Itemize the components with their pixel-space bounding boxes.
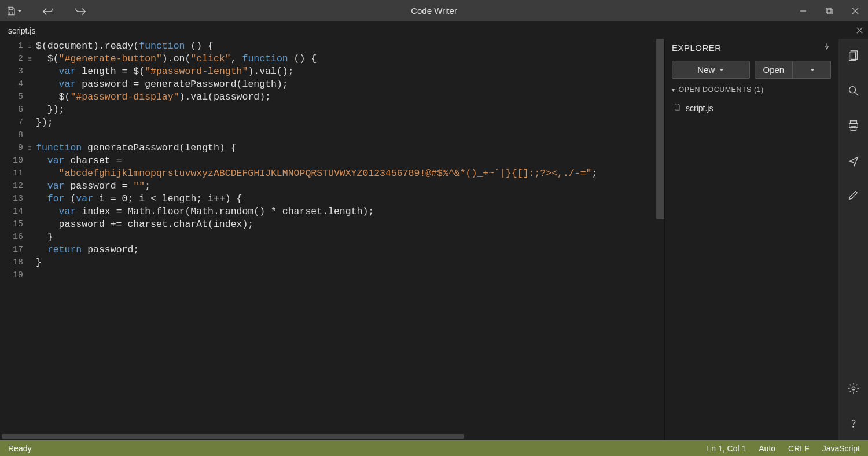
line-number: 6 — [0, 104, 23, 116]
save-button[interactable] — [6, 6, 22, 16]
document-name: script.js — [686, 104, 713, 113]
line-number: 13 — [0, 193, 23, 205]
fold-marker — [28, 116, 36, 129]
horizontal-scrollbar[interactable] — [0, 432, 664, 440]
redo-button[interactable] — [74, 5, 87, 17]
tab-filename: script.js — [8, 26, 35, 35]
status-encoding[interactable]: Auto — [759, 444, 775, 453]
fold-marker — [28, 244, 36, 256]
maximize-button[interactable] — [816, 0, 842, 21]
save-dropdown-icon — [17, 10, 22, 12]
fold-marker — [28, 65, 36, 78]
fold-marker — [28, 205, 36, 218]
svg-point-9 — [852, 426, 853, 427]
settings-icon[interactable] — [847, 377, 860, 400]
explorer-panel: EXPLORER New Open ▾ — [664, 39, 838, 440]
line-number: 8 — [0, 129, 23, 142]
status-line-ending[interactable]: CRLF — [788, 444, 810, 453]
code-line[interactable]: var password = generatePassword(length); — [36, 78, 597, 91]
line-number: 10 — [0, 155, 23, 167]
open-documents-label: OPEN DOCUMENTS (1) — [679, 86, 764, 94]
fold-marker — [28, 104, 36, 116]
code-line[interactable]: function generatePassword(length) { — [36, 142, 597, 155]
fold-marker[interactable]: ⊟ — [28, 40, 36, 53]
svg-point-4 — [849, 87, 855, 93]
status-ready: Ready — [8, 444, 31, 453]
documents-icon[interactable] — [838, 45, 868, 68]
status-position[interactable]: Ln 1, Col 1 — [707, 444, 746, 453]
minimize-button[interactable] — [790, 0, 816, 21]
tab-close-button[interactable] — [833, 21, 868, 39]
code-line[interactable]: var charset = — [36, 155, 597, 167]
line-number: 1 — [0, 40, 23, 53]
line-number: 9 — [0, 142, 23, 155]
fold-marker — [28, 78, 36, 91]
line-number: 16 — [0, 231, 23, 244]
code-line[interactable] — [36, 129, 597, 142]
vertical-scrollbar-thumb[interactable] — [656, 39, 664, 219]
line-number: 4 — [0, 78, 23, 91]
fold-marker — [28, 256, 36, 269]
line-number: 3 — [0, 65, 23, 78]
fold-marker[interactable]: ⊟ — [28, 142, 36, 155]
code-line[interactable]: }); — [36, 116, 597, 129]
code-line[interactable] — [36, 269, 597, 282]
search-icon[interactable] — [838, 79, 868, 102]
tabbar: script.js — [0, 21, 868, 39]
chevron-down-icon — [719, 69, 724, 71]
code-line[interactable]: } — [36, 231, 597, 244]
edit-icon[interactable] — [838, 183, 868, 207]
share-icon[interactable] — [838, 149, 868, 172]
svg-rect-0 — [826, 8, 831, 13]
open-button[interactable]: Open — [755, 61, 793, 79]
line-number: 11 — [0, 167, 23, 180]
collapse-triangle-icon: ▾ — [672, 87, 675, 93]
fold-marker — [28, 129, 36, 142]
code-line[interactable]: $(document).ready(function () { — [36, 40, 597, 53]
fold-marker — [28, 155, 36, 167]
line-number: 7 — [0, 116, 23, 129]
open-documents-header[interactable]: ▾ OPEN DOCUMENTS (1) — [672, 86, 831, 94]
document-item[interactable]: script.js — [672, 101, 831, 115]
code-line[interactable]: $("#password-display").val(password); — [36, 91, 597, 104]
help-icon[interactable] — [847, 411, 860, 435]
horizontal-scrollbar-thumb[interactable] — [2, 434, 464, 439]
app-title: Code Writer — [411, 6, 457, 16]
code-area[interactable]: $(document).ready(function () { $("#gene… — [36, 40, 597, 282]
code-line[interactable]: "abcdefghijklmnopqrstuvwxyzABCDEFGHIJKLM… — [36, 167, 597, 180]
line-number-gutter: 12345678910111213141516171819 — [0, 40, 28, 282]
code-line[interactable]: var index = Math.floor(Math.random() * c… — [36, 205, 597, 218]
statusbar: Ready Ln 1, Col 1 Auto CRLF JavaScript — [0, 440, 868, 456]
status-language[interactable]: JavaScript — [822, 444, 860, 453]
line-number: 15 — [0, 218, 23, 231]
code-line[interactable]: for (var i = 0; i < length; i++) { — [36, 193, 597, 205]
svg-point-8 — [852, 387, 855, 390]
code-line[interactable]: } — [36, 256, 597, 269]
code-line[interactable]: }); — [36, 104, 597, 116]
titlebar: Code Writer — [0, 0, 868, 21]
new-button-label: New — [697, 65, 715, 75]
editor[interactable]: 12345678910111213141516171819 ⊟⊟⊟ $(docu… — [0, 39, 664, 432]
close-window-button[interactable] — [842, 0, 868, 21]
code-line[interactable]: password += charset.charAt(index); — [36, 218, 597, 231]
pin-button[interactable] — [823, 43, 831, 53]
fold-marker — [28, 218, 36, 231]
line-number: 12 — [0, 180, 23, 193]
explorer-title: EXPLORER — [672, 43, 722, 53]
undo-button[interactable] — [42, 5, 54, 17]
open-dropdown-button[interactable] — [793, 61, 831, 79]
svg-rect-5 — [850, 121, 856, 124]
fold-marker[interactable]: ⊟ — [28, 53, 36, 65]
line-number: 18 — [0, 256, 23, 269]
new-button[interactable]: New — [672, 61, 750, 79]
fold-marker — [28, 231, 36, 244]
code-line[interactable]: $("#generate-button").on("click", functi… — [36, 53, 597, 65]
print-icon[interactable] — [838, 114, 868, 137]
code-line[interactable]: return password; — [36, 244, 597, 256]
fold-marker — [28, 167, 36, 180]
line-number: 17 — [0, 244, 23, 256]
fold-gutter[interactable]: ⊟⊟⊟ — [28, 40, 36, 282]
code-line[interactable]: var length = $("#password-length").val()… — [36, 65, 597, 78]
code-line[interactable]: var password = ""; — [36, 180, 597, 193]
tab-scriptjs[interactable]: script.js — [0, 21, 43, 39]
